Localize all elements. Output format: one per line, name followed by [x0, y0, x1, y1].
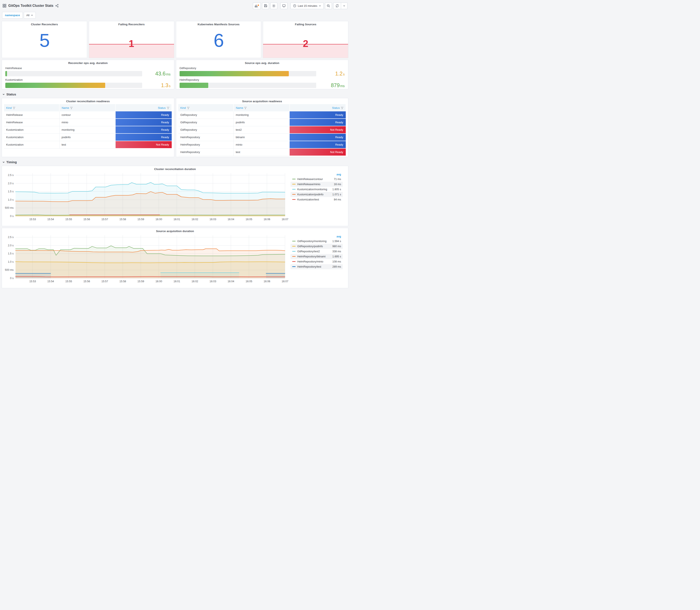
- status-badge: Ready: [290, 134, 346, 141]
- legend-series-color: [292, 194, 296, 195]
- legend-series-name[interactable]: GitRepository/podinfo: [292, 245, 323, 248]
- cell-kind: HelmRelease: [4, 118, 59, 126]
- chevron-down-icon: [343, 5, 345, 7]
- clock-icon: [293, 4, 296, 7]
- legend-series-name[interactable]: Kustomization/test: [292, 198, 319, 201]
- gauge-fill: [180, 83, 208, 88]
- cell-status: Ready: [115, 126, 172, 133]
- status-badge: Ready: [290, 111, 346, 118]
- grafana-dashboard: GitOps Toolkit Cluster Stats Last 15 min…: [0, 0, 350, 292]
- svg-text:16:02: 16:02: [192, 218, 198, 221]
- section-status-label: Status: [6, 93, 16, 96]
- zoom-out-button[interactable]: [325, 2, 332, 9]
- chart-body: 0 s500 ms1.0 s1.5 s2.0 s2.5 s15:5315:541…: [3, 171, 347, 222]
- cell-name: monitoring: [59, 126, 115, 133]
- legend-series-name[interactable]: GitRepository/test2: [292, 250, 320, 253]
- gauge-track: [5, 83, 142, 88]
- timeseries-panel: Source acquisition duration0 s500 ms1.0 …: [2, 228, 348, 288]
- refresh-interval-button[interactable]: [341, 3, 347, 9]
- svg-text:15:54: 15:54: [47, 280, 54, 283]
- cell-kind: Kustomization: [4, 126, 59, 133]
- column-header-status[interactable]: Status: [115, 104, 172, 111]
- cell-status: Ready: [115, 111, 172, 118]
- stat-value: 5: [2, 30, 87, 51]
- legend-series-color: [292, 179, 296, 179]
- bar-gauge-panel: Source ops avg. durationGitRepository1.2…: [176, 60, 348, 89]
- chart-panels: Cluster reconciliation duration0 s500 ms…: [2, 166, 348, 288]
- svg-text:15:55: 15:55: [65, 218, 72, 221]
- column-header-kind[interactable]: Kind: [4, 104, 59, 111]
- table-row: HelmReleasecontourReady: [4, 111, 172, 118]
- table-row: KustomizationtestNot Ready: [4, 141, 172, 148]
- cell-status: Not Ready: [290, 148, 346, 156]
- variable-namespace-select[interactable]: All: [24, 12, 36, 18]
- add-panel-button[interactable]: [253, 2, 261, 9]
- legend-series-name[interactable]: HelmRelease/contour: [292, 178, 323, 181]
- svg-text:16:00: 16:00: [156, 280, 162, 283]
- table-row: KustomizationmonitoringReady: [4, 126, 172, 133]
- legend-series-name[interactable]: HelmRelease/minio: [292, 183, 320, 186]
- share-icon[interactable]: [55, 4, 59, 7]
- save-icon: [264, 4, 267, 7]
- table-panel: Cluster reconciliation readinessKindName…: [2, 98, 174, 157]
- column-header-name[interactable]: Name: [59, 104, 115, 111]
- chart-plot-area[interactable]: 0 s500 ms1.0 s1.5 s2.0 s2.5 s15:5315:541…: [3, 171, 291, 222]
- chart-legend: avgHelmRelease/contour71 msHelmRelease/m…: [291, 171, 344, 202]
- svg-text:2.0 s: 2.0 s: [8, 244, 14, 247]
- time-range-picker[interactable]: Last 15 minutes: [291, 2, 324, 9]
- cell-name: test: [233, 148, 290, 156]
- refresh-button-group: [333, 2, 347, 9]
- status-badge: Ready: [116, 126, 172, 133]
- refresh-button[interactable]: [333, 3, 341, 9]
- gauge-row-label: HelmRelease: [5, 66, 170, 70]
- svg-text:15:53: 15:53: [29, 218, 36, 221]
- svg-text:2.5 s: 2.5 s: [8, 174, 14, 177]
- svg-text:1.0 s: 1.0 s: [8, 260, 14, 263]
- table-row: GitRepositorytest2Not Ready: [178, 126, 346, 133]
- legend-row: HelmRelease/contour71 ms: [291, 177, 343, 182]
- legend-avg-header[interactable]: avg: [291, 173, 343, 177]
- legend-series-name[interactable]: GitRepository/monitoring: [292, 240, 327, 243]
- legend-series-name[interactable]: HelmRepository/minio: [292, 260, 323, 263]
- dashboard-settings-button[interactable]: [270, 2, 277, 9]
- dashboard-grid-icon[interactable]: [2, 4, 6, 7]
- variable-namespace-value: All: [26, 14, 29, 17]
- stat-value: 6: [176, 30, 261, 51]
- svg-text:16:05: 16:05: [246, 218, 252, 221]
- chart-body: 0 s500 ms1.0 s1.5 s2.0 s2.5 s15:5315:541…: [3, 233, 347, 284]
- gauge-track: [5, 71, 142, 76]
- cell-kind: GitRepository: [178, 118, 233, 126]
- section-status[interactable]: Status: [2, 93, 348, 96]
- variable-namespace-label[interactable]: namespace: [2, 12, 23, 18]
- legend-series-color: [292, 266, 296, 267]
- gauge-panels-row: Reconciler ops avg. durationHelmRelease4…: [2, 60, 348, 89]
- stat-panel-title: Failing Reconcilers: [89, 21, 174, 26]
- table-row: HelmRepositorybitnamiReady: [178, 133, 346, 141]
- svg-text:15:56: 15:56: [83, 218, 90, 221]
- cell-status: Ready: [290, 133, 346, 141]
- legend-avg-header[interactable]: avg: [291, 235, 343, 239]
- svg-text:0 s: 0 s: [10, 277, 14, 280]
- save-dashboard-button[interactable]: [262, 2, 269, 9]
- add-panel-icon: [255, 4, 259, 7]
- cell-status: Ready: [115, 118, 172, 126]
- svg-text:16:06: 16:06: [264, 280, 270, 283]
- legend-series-name[interactable]: HelmRepository/test: [292, 265, 321, 268]
- svg-text:15:58: 15:58: [119, 218, 126, 221]
- svg-text:16:02: 16:02: [192, 280, 198, 283]
- chart-plot-area[interactable]: 0 s500 ms1.0 s1.5 s2.0 s2.5 s15:5315:541…: [3, 233, 291, 284]
- legend-row: HelmRelease/minio16 ms: [291, 182, 343, 187]
- gauge-value: 879ms: [320, 82, 345, 89]
- column-header-kind[interactable]: Kind: [178, 104, 233, 111]
- cell-name: minio: [59, 118, 115, 126]
- gauge-row-label: HelmRepository: [180, 78, 345, 81]
- section-timing[interactable]: Timing: [2, 160, 348, 164]
- column-header-status[interactable]: Status: [290, 104, 346, 111]
- column-header-name[interactable]: Name: [233, 104, 290, 111]
- tv-mode-button[interactable]: [280, 2, 288, 9]
- svg-text:500 ms: 500 ms: [5, 206, 14, 209]
- legend-series-name[interactable]: Kustomization/podinfo: [292, 193, 323, 196]
- legend-series-name[interactable]: Kustomization/monitoring: [292, 188, 327, 191]
- legend-series-color: [292, 199, 296, 200]
- legend-series-name[interactable]: HelmRepository/bitnami: [292, 255, 326, 258]
